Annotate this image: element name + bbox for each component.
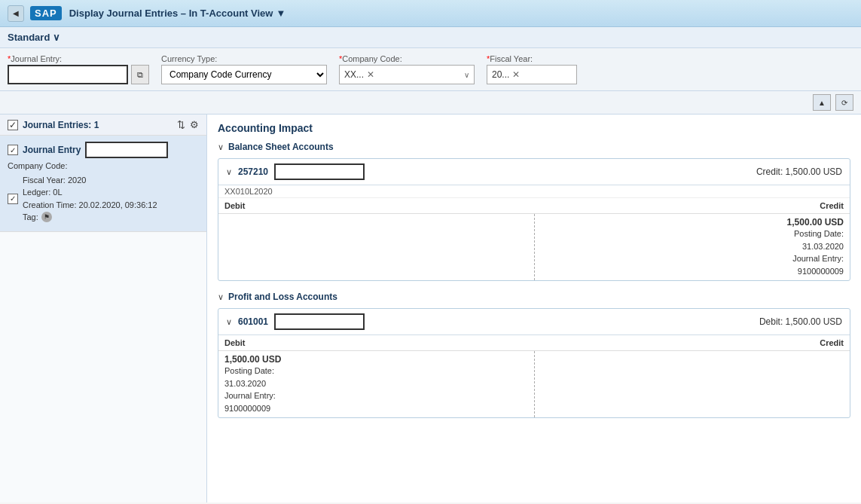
bs-debit-column [218, 214, 535, 280]
bs-column-headers: Debit Credit [218, 198, 850, 214]
header-title-text: Display Journal Entries – In T-Account V… [69, 8, 273, 19]
pl-debit-column: 1,500.00 USD Posting Date: 31.03.2020 Jo… [218, 351, 535, 417]
standard-dropdown-arrow: ∨ [53, 32, 60, 43]
fiscal-year-label: *Fiscal Year: [487, 54, 577, 63]
journal-entry-input-group: ⧉ [8, 65, 149, 84]
header-dropdown-arrow[interactable]: ▼ [276, 8, 285, 19]
pl-posting-date-label: Posting Date: [224, 365, 528, 377]
right-panel: Accounting Impact ∨ Balance Sheet Accoun… [207, 115, 861, 502]
je-fiscal-year: Fiscal Year: 2020 [23, 174, 157, 187]
pl-column-headers: Debit Credit [218, 335, 850, 351]
pl-posting-date: 31.03.2020 [224, 377, 528, 390]
pl-journal-entry-value: 9100000009 [224, 402, 528, 415]
app-header: ◀ SAP Display Journal Entries – In T-Acc… [0, 0, 861, 27]
pl-account-number: 601001 [238, 316, 268, 327]
bs-column-body: 1,500.00 USD Posting Date: 31.03.2020 Jo… [218, 214, 850, 280]
profit-loss-account-card: ∨ 601001 Debit: 1,500.00 USD Debit Credi… [218, 308, 850, 418]
je-ledger: Ledger: 0L [23, 186, 157, 199]
profit-loss-label: Profit and Loss Accounts [228, 292, 337, 302]
bs-credit-column: 1,500.00 USD Posting Date: 31.03.2020 Jo… [535, 214, 850, 280]
currency-type-field: Currency Type: Company Code Currency [161, 54, 327, 84]
balance-sheet-header: ∨ Balance Sheet Accounts [218, 142, 850, 152]
toolbar: Standard ∨ [0, 27, 861, 48]
company-code-value: XX... [344, 69, 364, 80]
tag-icon: ⚑ [41, 212, 52, 222]
je-tag-row: Tag: ⚑ [23, 211, 157, 224]
pl-account-body: Debit Credit 1,500.00 USD Posting Date: … [218, 335, 850, 417]
profit-loss-collapse[interactable]: ∨ [218, 292, 224, 302]
bs-credit-amount: 1,500.00 USD [541, 217, 844, 228]
journal-entry-label: *Journal Entry: [8, 54, 149, 63]
currency-type-select[interactable]: Company Code Currency [161, 65, 327, 84]
je-details: Fiscal Year: 2020 Ledger: 0L Creation Ti… [23, 174, 157, 224]
company-code-clear[interactable]: ✕ [367, 69, 374, 80]
bs-credit-header: Credit [534, 198, 850, 214]
sap-logo: SAP [30, 6, 62, 20]
balance-sheet-account-card: ∨ 257210 Credit: 1,500.00 USD XX010L2020… [218, 158, 850, 281]
pl-account-name-box [274, 313, 365, 330]
company-code-label: *Company Code: [339, 54, 475, 63]
bs-sub-label: XX010L2020 [218, 185, 850, 198]
panel-title: Journal Entries: 1 [23, 120, 173, 130]
pl-credit-column [535, 351, 850, 417]
header-title: Display Journal Entries – In T-Account V… [69, 8, 286, 19]
fiscal-year-value: 20... [492, 69, 509, 80]
left-panel: ✓ Journal Entries: 1 ⇅ ⚙ ✓ Journal Entry… [0, 115, 207, 502]
pl-account-header: ∨ 601001 Debit: 1,500.00 USD [218, 309, 850, 335]
nav-sync-button[interactable]: ⟳ [835, 94, 853, 111]
pl-account-collapse[interactable]: ∨ [226, 317, 232, 327]
pl-debit-label: Debit: 1,500.00 USD [759, 316, 842, 327]
accounting-impact-title: Accounting Impact [218, 122, 850, 134]
pl-debit-amount: 1,500.00 USD [224, 354, 528, 365]
journal-entry-copy-button[interactable]: ⧉ [131, 65, 149, 84]
pl-journal-entry-label: Journal Entry: [224, 389, 528, 402]
profit-loss-header: ∨ Profit and Loss Accounts [218, 292, 850, 302]
company-code-field: *Company Code: XX... ✕ ∨ [339, 54, 475, 84]
bs-debit-header: Debit [218, 198, 534, 214]
fiscal-year-clear[interactable]: ✕ [512, 69, 520, 80]
company-code-tag: XX... ✕ ∨ [339, 65, 475, 84]
company-code-dropdown[interactable]: ∨ [464, 71, 469, 79]
balance-sheet-section: ∨ Balance Sheet Accounts ∨ 257210 Credit… [218, 142, 850, 281]
pl-column-body: 1,500.00 USD Posting Date: 31.03.2020 Jo… [218, 351, 850, 417]
journal-entry-field: *Journal Entry: ⧉ [8, 54, 149, 84]
je-checkbox[interactable]: ✓ [8, 145, 18, 155]
bs-account-name-box [274, 163, 365, 180]
fiscal-year-field: *Fiscal Year: 20... ✕ [487, 54, 577, 84]
journal-entry-item[interactable]: ✓ Journal Entry Company Code: ✓ Fiscal Y… [0, 136, 206, 232]
left-panel-header: ✓ Journal Entries: 1 ⇅ ⚙ [0, 115, 206, 136]
bs-credit-label: Credit: 1,500.00 USD [756, 166, 842, 177]
filter-bar: *Journal Entry: ⧉ Currency Type: Company… [0, 48, 861, 91]
bs-posting-date-label: Posting Date: [541, 228, 844, 240]
nav-arrows-row: ▲ ⟳ [0, 91, 861, 115]
balance-sheet-collapse[interactable]: ∨ [218, 142, 224, 152]
pl-credit-header: Credit [534, 335, 850, 351]
main-content: ✓ Journal Entries: 1 ⇅ ⚙ ✓ Journal Entry… [0, 115, 861, 502]
currency-type-label: Currency Type: [161, 54, 327, 63]
pl-debit-header: Debit [218, 335, 534, 351]
je-value-box [85, 142, 168, 158]
je-company-code: Company Code: [8, 160, 199, 173]
standard-label: Standard [8, 32, 50, 43]
profit-loss-section: ∨ Profit and Loss Accounts ∨ 601001 Debi… [218, 292, 850, 418]
bs-posting-date: 31.03.2020 [541, 240, 844, 253]
fiscal-year-tag: 20... ✕ [487, 65, 577, 84]
je-creation-time: Creation Time: 20.02.2020, 09:36:12 [23, 199, 157, 212]
bs-account-body: XX010L2020 Debit Credit 1,500.00 USD Pos… [218, 185, 850, 280]
je-inner-checkbox[interactable]: ✓ [8, 194, 18, 204]
je-title: Journal Entry [23, 145, 81, 155]
bs-account-number: 257210 [238, 166, 268, 177]
sort-icon[interactable]: ⇅ [177, 119, 185, 130]
balance-sheet-account-header: ∨ 257210 Credit: 1,500.00 USD [218, 159, 850, 185]
settings-icon[interactable]: ⚙ [190, 119, 199, 130]
bs-account-collapse[interactable]: ∨ [226, 167, 232, 177]
panel-select-all-checkbox[interactable]: ✓ [8, 120, 18, 130]
bs-journal-entry-value: 9100000009 [541, 265, 844, 278]
nav-up-button[interactable]: ▲ [813, 94, 831, 111]
back-button[interactable]: ◀ [8, 5, 24, 22]
balance-sheet-label: Balance Sheet Accounts [228, 142, 334, 152]
bs-journal-entry-label: Journal Entry: [541, 252, 844, 265]
journal-entry-input[interactable] [8, 65, 128, 84]
standard-button[interactable]: Standard ∨ [8, 32, 60, 43]
